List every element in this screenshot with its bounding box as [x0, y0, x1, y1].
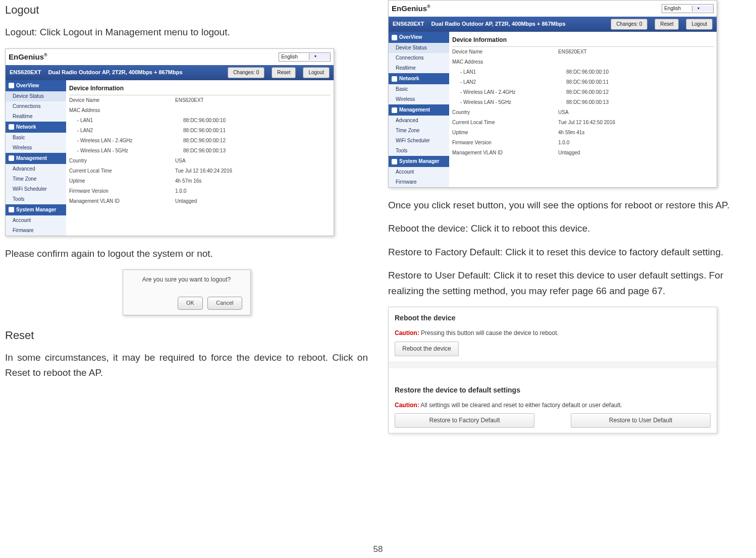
sidebar: OverView Device Status Connections Realt…: [6, 80, 66, 236]
heading-logout: Logout: [5, 1, 368, 19]
sidebar-item-basic[interactable]: Basic: [6, 133, 66, 143]
text-reboot-device: Reboot the device: Click it to reboot th…: [388, 221, 751, 236]
sidebar-section-management[interactable]: Management: [389, 104, 449, 116]
device-info-row: - LAN188:DC:96:00:00:10: [452, 67, 714, 77]
sidebar-section-network[interactable]: Network: [389, 73, 449, 84]
dialog-cancel-button[interactable]: Cancel: [207, 297, 242, 310]
language-value: English: [279, 53, 309, 61]
panel-reboot-heading: Reboot the device: [389, 307, 717, 328]
device-info-value: 4h 59m 41s: [558, 129, 714, 137]
device-info-label: Current Local Time: [69, 167, 175, 175]
sidebar-item-wireless[interactable]: Wireless: [6, 143, 66, 153]
device-subtitle: Dual Radio Outdoor AP, 2T2R, 400Mbps + 8…: [48, 68, 182, 77]
sidebar: OverView Device Status Connections Realt…: [389, 32, 449, 187]
sidebar-section-overview[interactable]: OverView: [6, 80, 66, 91]
changes-button[interactable]: Changes: 0: [228, 67, 264, 78]
device-info-row: - LAN288:DC:96:00:00:11: [69, 126, 331, 136]
dialog-ok-button[interactable]: OK: [178, 297, 203, 310]
reset-button[interactable]: Reset: [655, 19, 679, 30]
device-info-label: - LAN1: [452, 68, 566, 76]
reset-button[interactable]: Reset: [272, 67, 296, 78]
sidebar-item-tools[interactable]: Tools: [6, 194, 66, 204]
logout-button[interactable]: Logout: [303, 67, 330, 78]
sidebar-item-connections[interactable]: Connections: [389, 53, 449, 63]
sidebar-item-device-status[interactable]: Device Status: [389, 43, 449, 53]
device-info-row: - Wireless LAN - 2.4GHz88:DC:96:00:00:12: [452, 87, 714, 97]
device-info-label: MAC Address: [452, 58, 558, 66]
restore-user-button[interactable]: Restore to User Default: [571, 413, 711, 428]
device-info-label: - Wireless LAN - 5GHz: [452, 98, 566, 106]
sidebar-section-network[interactable]: Network: [6, 122, 66, 133]
sidebar-item-wifi-scheduler[interactable]: WiFi Scheduler: [389, 136, 449, 146]
sidebar-item-basic[interactable]: Basic: [389, 84, 449, 94]
text-logout-desc: Logout: Click Logout in Management menu …: [5, 25, 368, 40]
device-info-row: - Wireless LAN - 2.4GHz88:DC:96:00:00:12: [69, 136, 331, 146]
device-info-label: Firmware Version: [452, 139, 558, 147]
sidebar-section-management[interactable]: Management: [6, 153, 66, 164]
sidebar-item-wireless[interactable]: Wireless: [389, 94, 449, 104]
panel-restore-heading: Restore the device to default settings: [389, 379, 717, 401]
device-info-label: Management VLAN ID: [452, 149, 558, 157]
text-reset-desc: In some circumstances, it may be require…: [5, 350, 368, 381]
sidebar-item-realtime[interactable]: Realtime: [6, 111, 66, 122]
device-info-value: Untagged: [558, 149, 714, 157]
sidebar-item-tools[interactable]: Tools: [389, 146, 449, 156]
device-info-label: - LAN2: [452, 78, 566, 86]
sidebar-item-time-zone[interactable]: Time Zone: [6, 174, 66, 184]
device-info-label: Country: [69, 157, 175, 165]
language-select[interactable]: English ▾: [662, 4, 714, 13]
page-number: 58: [0, 542, 756, 556]
device-info-rows-right: Device NameENS620EXTMAC Address- LAN188:…: [452, 47, 714, 158]
admin-screenshot-left: EnGenius® English ▾ ENS620EXT Dual Radio…: [5, 48, 334, 236]
sidebar-item-device-status[interactable]: Device Status: [6, 91, 66, 101]
admin-screenshot-right: EnGenius® English ▾ ENS620EXT Dual Radio…: [388, 0, 717, 188]
sidebar-item-account[interactable]: Account: [389, 167, 449, 177]
restore-factory-button[interactable]: Restore to Factory Default: [395, 413, 534, 428]
changes-button[interactable]: Changes: 0: [611, 19, 647, 30]
sidebar-item-firmware[interactable]: Firmware: [389, 177, 449, 187]
device-subtitle: Dual Radio Outdoor AP, 2T2R, 400Mbps + 8…: [431, 20, 565, 29]
user-icon: [392, 159, 397, 164]
logout-button[interactable]: Logout: [686, 19, 713, 30]
device-info-rows-left: Device NameENS620EXTMAC Address- LAN188:…: [69, 95, 331, 206]
device-info-row: - Wireless LAN - 5GHz88:DC:96:00:00:13: [452, 97, 714, 107]
device-info-row: CountryUSA: [69, 156, 331, 166]
gear-icon: [9, 83, 14, 88]
device-info-label: Device Name: [69, 96, 175, 104]
sidebar-section-overview[interactable]: OverView: [389, 32, 449, 43]
device-info-row: Firmware Version1.0.0: [452, 138, 714, 148]
device-info-label: Current Local Time: [452, 119, 558, 127]
device-info-row: - Wireless LAN - 5GHz88:DC:96:00:00:13: [69, 146, 331, 156]
gear-icon: [9, 155, 14, 161]
device-info-label: - LAN2: [69, 127, 183, 135]
sidebar-item-time-zone[interactable]: Time Zone: [389, 126, 449, 136]
device-info-label: - Wireless LAN - 5GHz: [69, 147, 183, 155]
device-info-row: Uptime4h 57m 16s: [69, 176, 331, 186]
device-info-row: Management VLAN IDUntagged: [452, 148, 714, 158]
device-info-row: Current Local TimeTue Jul 12 16:42:50 20…: [452, 118, 714, 128]
panel-reboot-caution: Caution: Pressing this button will cause…: [389, 328, 717, 341]
device-info-value: 1.0.0: [175, 187, 331, 195]
gear-icon: [392, 35, 397, 40]
sidebar-item-advanced[interactable]: Advanced: [6, 164, 66, 174]
language-select[interactable]: English ▾: [279, 52, 331, 62]
sidebar-item-realtime[interactable]: Realtime: [389, 63, 449, 73]
text-restore-user: Restore to User Default: Click it to res…: [388, 268, 751, 299]
device-info-value: Tue Jul 12 16:40:24 2016: [175, 167, 331, 175]
reboot-device-button[interactable]: Reboot the device: [395, 342, 459, 356]
sidebar-section-system[interactable]: System Manager: [389, 156, 449, 167]
device-info-value: ENS620EXT: [175, 96, 331, 104]
device-info-value: 4h 57m 16s: [175, 177, 331, 185]
brand-logo: EnGenius®: [392, 3, 430, 15]
device-info-row: - LAN288:DC:96:00:00:11: [452, 77, 714, 87]
device-info-value: [558, 58, 714, 66]
device-model: ENS620EXT: [393, 20, 424, 29]
sidebar-item-firmware[interactable]: Firmware: [6, 226, 66, 236]
sidebar-item-wifi-scheduler[interactable]: WiFi Scheduler: [6, 184, 66, 194]
device-info-heading: Device Information: [69, 82, 331, 95]
sidebar-item-account[interactable]: Account: [6, 215, 66, 226]
sidebar-item-connections[interactable]: Connections: [6, 101, 66, 111]
device-info-label: Uptime: [452, 129, 558, 137]
sidebar-item-advanced[interactable]: Advanced: [389, 116, 449, 126]
sidebar-section-system[interactable]: System Manager: [6, 204, 66, 215]
